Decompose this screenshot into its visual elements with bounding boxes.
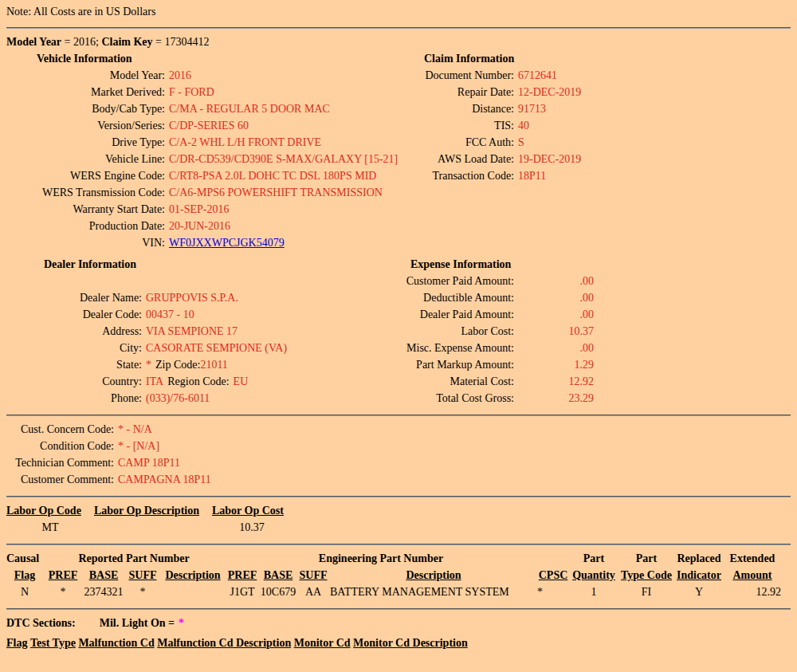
- claim-row: Document Number:6712641: [402, 67, 791, 84]
- reported-description-header: Description: [161, 567, 225, 584]
- expense-row: Dealer Paid Amount:.00: [402, 306, 791, 323]
- model-year-key-value: = 2016;: [61, 36, 101, 48]
- field-label: Customer Comment:: [6, 471, 114, 488]
- vin-row: VIN:WF0JXXWPCJGK54079: [6, 234, 402, 251]
- vehicle-row: WERS Engine Code:C/RT8-PSA 2.0L DOHC TC …: [6, 167, 402, 184]
- field-label: Body/Cab Type:: [6, 100, 165, 117]
- field-label: Vehicle Line:: [6, 151, 165, 167]
- claim-row: Transaction Code:18P11: [402, 167, 791, 184]
- vehicle-claim-columns: Vehicle Information Model Year:2016 Mark…: [6, 50, 791, 251]
- field-label: TIS:: [402, 117, 514, 134]
- dtc-sections-label: DTC Sections:: [6, 617, 76, 629]
- dtc-test-type-header: Test Type: [30, 637, 76, 649]
- dtc-monitor-cd-header: Monitor Cd: [294, 637, 351, 649]
- field-value: C/RT8-PSA 2.0L DOHC TC DSL 180PS MID: [169, 170, 376, 182]
- expense-row: Material Cost:12.92: [402, 373, 791, 390]
- field-value: 12-DEC-2019: [518, 86, 581, 98]
- field-label: Drive Type:: [6, 134, 165, 151]
- field-label: Cust. Concern Code:: [6, 421, 114, 438]
- claim-key-label: Claim Key: [101, 36, 152, 48]
- reported-pref-header: PREF: [43, 567, 83, 584]
- section-divider: [6, 415, 791, 416]
- engineering-suff-value: AA: [296, 584, 330, 600]
- zip-value: 21011: [200, 359, 227, 371]
- field-value: GRUPPOVIS S.P.A.: [146, 292, 238, 304]
- country-region-row: Country:ITARegion Code:EU: [6, 373, 402, 390]
- field-value: 01-SEP-2016: [169, 203, 229, 215]
- dealer-row: Dealer Name:GRUPPOVIS S.P.A.: [6, 289, 402, 306]
- comment-row: Cust. Concern Code:* - N/A: [6, 421, 791, 438]
- dealer-info-title: Dealer Information: [44, 256, 402, 273]
- dtc-malfunction-cd-description-header: Malfunction Cd Description: [157, 637, 291, 649]
- causal-group-header: Causal: [6, 550, 43, 567]
- field-label: Warranty Start Date:: [6, 201, 165, 218]
- zip-label: Zip Code:: [155, 359, 200, 371]
- field-label: Part Markup Amount:: [402, 356, 514, 373]
- field-value: C/DR-CD539/CD390E S-MAX/GALAXY [15-21]: [169, 153, 398, 165]
- vin-link[interactable]: WF0JXXWPCJGK54079: [169, 237, 285, 249]
- field-label: Dealer Code:: [6, 306, 142, 323]
- comments-section: Cust. Concern Code:* - N/A Condition Cod…: [6, 421, 791, 488]
- comment-row: Condition Code:* - [N/A]: [6, 438, 791, 454]
- extended-group-header: Extended: [724, 550, 781, 567]
- field-value: 20-JUN-2016: [169, 220, 230, 232]
- field-value: S: [518, 136, 524, 148]
- field-label: Deductible Amount:: [402, 289, 514, 306]
- amount-value: .00: [514, 289, 594, 306]
- vehicle-row: Production Date:20-JUN-2016: [6, 218, 402, 234]
- field-label: Model Year:: [6, 67, 165, 84]
- vehicle-row: Drive Type:C/A-2 WHL L/H FRONT DRIVE: [6, 134, 402, 151]
- field-label: Dealer Name:: [6, 289, 142, 306]
- quantity-value: 1: [569, 584, 618, 600]
- engineering-suff-header: SUFF: [296, 567, 330, 584]
- expense-row: Misc. Expense Amount:.00: [402, 340, 791, 356]
- field-label: Transaction Code:: [402, 167, 514, 184]
- reported-description-value: [161, 584, 225, 600]
- amount-value: 1.29: [514, 356, 594, 373]
- costs-note: Note: All Costs are in US Dollars: [6, 5, 791, 19]
- engineering-description-value: BATTERY MANAGEMENT SYSTEM: [330, 584, 537, 600]
- amount-value: .00: [514, 306, 594, 323]
- engineering-pref-value: J1GT: [225, 584, 260, 600]
- spacer-row: [6, 273, 402, 289]
- group-header-spacer: [537, 550, 569, 567]
- reported-base-value: 2374321: [83, 584, 124, 600]
- field-label: FCC Auth:: [402, 134, 514, 151]
- amount-value: .00: [514, 340, 594, 356]
- field-value: C/A6-MPS6 POWERSHIFT TRANSMISSION: [169, 187, 383, 198]
- field-value: CAMPAGNA 18P11: [118, 474, 211, 485]
- expense-row: Part Markup Amount:1.29: [402, 356, 791, 373]
- labor-op-cost-header: Labor Op Cost: [212, 502, 292, 519]
- vehicle-row: WERS Transmission Code:C/A6-MPS6 POWERSH…: [6, 184, 402, 201]
- field-label: Condition Code:: [6, 438, 114, 454]
- claim-row: TIS:40: [402, 117, 791, 134]
- cpsc-header: CPSC: [537, 567, 569, 584]
- field-label: Market Derived:: [6, 84, 165, 100]
- expense-row: Customer Paid Amount:.00: [402, 273, 791, 289]
- field-value: * - N/A: [118, 423, 152, 435]
- vehicle-row: Market Derived:F - FORD: [6, 84, 402, 100]
- field-value: 91713: [518, 103, 546, 115]
- field-value: C/A-2 WHL L/H FRONT DRIVE: [169, 136, 321, 148]
- part-type-group-header: Part: [618, 550, 674, 567]
- dealer-row: Dealer Code:00437 - 10: [6, 306, 402, 323]
- flag-header: Flag: [6, 567, 43, 584]
- dtc-title-row: DTC Sections:Mil. Light On =*: [6, 615, 791, 631]
- engineering-base-value: 10C679: [260, 584, 296, 600]
- state-zip-row: State:*Zip Code:21011: [6, 356, 402, 373]
- vehicle-row: Warranty Start Date:01-SEP-2016: [6, 201, 402, 218]
- field-label: Dealer Paid Amount:: [402, 306, 514, 323]
- dtc-monitor-cd-description-header: Monitor Cd Description: [353, 637, 468, 649]
- phone-value: (033)/76-6011: [146, 392, 210, 404]
- vehicle-row: Body/Cab Type:C/MA - REGULAR 5 DOOR MAC: [6, 100, 402, 117]
- vehicle-row: Version/Series:C/DP-SERIES 60: [6, 117, 402, 134]
- labor-op-code-value: MT: [6, 519, 94, 536]
- claim-row: FCC Auth:S: [402, 134, 791, 151]
- extended-amount-value: 12.92: [724, 584, 781, 600]
- phone-label: Phone:: [6, 390, 142, 407]
- quantity-header: Quantity: [569, 567, 618, 584]
- dtc-header-row: Flag Test Type Malfunction Cd Malfunctio…: [6, 635, 791, 651]
- replaced-group-header: Replaced: [674, 550, 724, 567]
- phone-row: Phone:(033)/76-6011: [6, 390, 402, 407]
- mil-light-on-value: *: [179, 617, 184, 629]
